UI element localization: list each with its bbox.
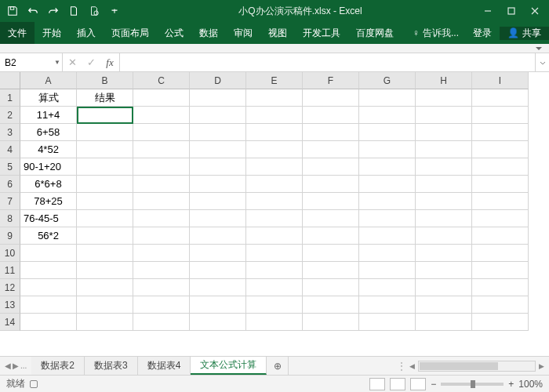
cell-F6[interactable] xyxy=(303,176,359,193)
zoom-thumb[interactable] xyxy=(471,380,475,388)
cell-G13[interactable] xyxy=(359,296,416,314)
cell-G5[interactable] xyxy=(359,158,416,176)
tab-home[interactable]: 开始 xyxy=(35,22,69,44)
maximize-button[interactable] xyxy=(500,2,522,20)
cell-C2[interactable] xyxy=(133,107,190,124)
cell-F3[interactable] xyxy=(303,124,359,141)
sheet-tab-1[interactable]: 数据表3 xyxy=(85,357,138,375)
name-box-dropdown-icon[interactable]: ▼ xyxy=(54,59,60,66)
cell-E11[interactable] xyxy=(246,262,303,279)
cell-A10[interactable] xyxy=(20,245,77,262)
cell-E10[interactable] xyxy=(246,245,303,262)
sheet-nav-more-icon[interactable]: ... xyxy=(20,361,27,370)
cell-F4[interactable] xyxy=(303,141,359,158)
cell-F8[interactable] xyxy=(303,210,359,227)
print-preview-button[interactable] xyxy=(85,2,104,20)
share-button[interactable]: 👤共享 xyxy=(500,27,549,40)
cell-E9[interactable] xyxy=(246,227,303,245)
cell-D4[interactable] xyxy=(190,141,246,158)
split-handle-icon[interactable]: ⋮ xyxy=(397,361,406,372)
cell-B1[interactable]: 结果 xyxy=(77,89,133,107)
row-header-1[interactable]: 1 xyxy=(0,89,20,107)
cell-G3[interactable] xyxy=(359,124,416,141)
row-header-5[interactable]: 5 xyxy=(0,158,20,176)
cell-A1[interactable]: 算式 xyxy=(20,89,77,107)
cell-E3[interactable] xyxy=(246,124,303,141)
tab-review[interactable]: 审阅 xyxy=(226,22,260,44)
cell-I9[interactable] xyxy=(472,227,529,245)
new-button[interactable] xyxy=(64,2,83,20)
expand-formula-bar-button[interactable] xyxy=(535,53,549,71)
cell-D1[interactable] xyxy=(190,89,246,107)
name-box-input[interactable] xyxy=(5,57,57,68)
cell-C8[interactable] xyxy=(133,210,190,227)
row-header-3[interactable]: 3 xyxy=(0,124,20,141)
cell-B6[interactable] xyxy=(77,176,133,193)
save-button[interactable] xyxy=(3,2,22,20)
macro-record-button[interactable] xyxy=(30,380,38,388)
undo-button[interactable] xyxy=(24,2,42,20)
cell-D9[interactable] xyxy=(190,227,246,245)
cell-B3[interactable] xyxy=(77,124,133,141)
cell-I8[interactable] xyxy=(472,210,529,227)
cell-E13[interactable] xyxy=(246,296,303,314)
cell-D13[interactable] xyxy=(190,296,246,314)
cell-B4[interactable] xyxy=(77,141,133,158)
cell-F7[interactable] xyxy=(303,193,359,210)
cell-I14[interactable] xyxy=(472,314,529,331)
cell-F13[interactable] xyxy=(303,296,359,314)
cell-H6[interactable] xyxy=(416,176,472,193)
cell-H9[interactable] xyxy=(416,227,472,245)
tab-view[interactable]: 视图 xyxy=(260,22,295,44)
cell-I2[interactable] xyxy=(472,107,529,124)
row-header-4[interactable]: 4 xyxy=(0,141,20,158)
cell-I5[interactable] xyxy=(472,158,529,176)
sheet-nav-prev-icon[interactable]: ◀ xyxy=(5,361,11,370)
cell-D11[interactable] xyxy=(190,262,246,279)
row-header-8[interactable]: 8 xyxy=(0,210,20,227)
cell-H3[interactable] xyxy=(416,124,472,141)
cell-H11[interactable] xyxy=(416,262,472,279)
cell-C14[interactable] xyxy=(133,314,190,331)
sheet-tab-2[interactable]: 数据表4 xyxy=(138,357,191,375)
cell-H1[interactable] xyxy=(416,89,472,107)
cell-I12[interactable] xyxy=(472,279,529,296)
tab-insert[interactable]: 插入 xyxy=(69,22,104,44)
insert-function-button[interactable]: fx xyxy=(100,56,119,69)
cell-A7[interactable]: 78+25 xyxy=(20,193,77,210)
cell-G1[interactable] xyxy=(359,89,416,107)
row-header-7[interactable]: 7 xyxy=(0,193,20,210)
cell-A11[interactable] xyxy=(20,262,77,279)
cell-C5[interactable] xyxy=(133,158,190,176)
tab-formulas[interactable]: 公式 xyxy=(157,22,191,44)
sheet-nav-next-icon[interactable]: ▶ xyxy=(13,361,19,370)
cell-C9[interactable] xyxy=(133,227,190,245)
cell-C1[interactable] xyxy=(133,89,190,107)
cell-I6[interactable] xyxy=(472,176,529,193)
cell-G4[interactable] xyxy=(359,141,416,158)
cell-A13[interactable] xyxy=(20,296,77,314)
cell-A9[interactable]: 56*2 xyxy=(20,227,77,245)
hscroll-left-icon[interactable]: ◀ xyxy=(409,362,415,370)
col-header-D[interactable]: D xyxy=(190,72,246,89)
tell-me[interactable]: ♀告诉我... xyxy=(406,27,465,40)
view-normal-button[interactable] xyxy=(369,378,385,390)
cell-E4[interactable] xyxy=(246,141,303,158)
cell-E6[interactable] xyxy=(246,176,303,193)
cell-E7[interactable] xyxy=(246,193,303,210)
cell-H7[interactable] xyxy=(416,193,472,210)
col-header-F[interactable]: F xyxy=(303,72,359,89)
cell-F11[interactable] xyxy=(303,262,359,279)
row-header-6[interactable]: 6 xyxy=(0,176,20,193)
tab-data[interactable]: 数据 xyxy=(191,22,226,44)
cell-F2[interactable] xyxy=(303,107,359,124)
worksheet-grid[interactable]: ABCDEFGHI1算式结果211+436+5844*52590-1+2066*… xyxy=(0,72,549,356)
cell-I3[interactable] xyxy=(472,124,529,141)
formula-input[interactable] xyxy=(120,53,535,71)
cell-H8[interactable] xyxy=(416,210,472,227)
horizontal-scrollbar[interactable] xyxy=(418,361,536,372)
tab-baidu[interactable]: 百度网盘 xyxy=(348,22,402,44)
cell-D3[interactable] xyxy=(190,124,246,141)
cell-F5[interactable] xyxy=(303,158,359,176)
cell-G11[interactable] xyxy=(359,262,416,279)
